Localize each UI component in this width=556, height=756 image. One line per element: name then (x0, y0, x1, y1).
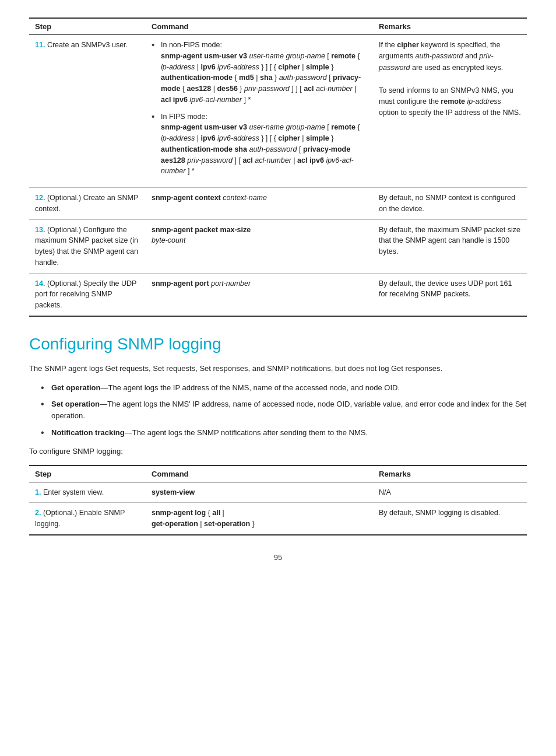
cmd-kw: get-operation (152, 520, 198, 528)
cmd-kw: md5 (239, 74, 254, 82)
step-description: Enter system view. (43, 488, 104, 496)
cmd-brace-close: } ] [ { (261, 63, 278, 71)
cmd-kw: remote (331, 52, 356, 60)
remarks-cell: By default, the maximum SNMP packet size… (373, 219, 527, 273)
cmd-param: user-name group-name (249, 123, 325, 131)
cmd-param: acl-number (255, 156, 291, 164)
configure-text: To configure SNMP logging: (29, 446, 527, 458)
col-remarks: Remarks (373, 466, 527, 482)
cmd-param: ip-address (161, 134, 195, 142)
cmd-kw: aes128 (186, 85, 211, 93)
cmd-text: snmp-agent usm-user v3 (161, 52, 247, 60)
cmd-bracket: [ (299, 145, 303, 153)
cmd-kw: ipv6 (201, 134, 216, 142)
step-description: Create an SNMPv3 user. (47, 41, 128, 49)
step-cell: 11. Create an SNMPv3 user. (29, 35, 146, 188)
mode-label: In FIPS mode: (161, 113, 207, 121)
cmd-brace: { (357, 123, 360, 131)
bullet-text: —The agent logs the NMS' IP address, nam… (51, 400, 526, 420)
cmd-kw: set-operation (204, 520, 250, 528)
remarks-cell: By default, the device uses UDP port 161… (373, 273, 527, 316)
bullet-label: Notification tracking (51, 428, 125, 437)
cmd-kw: acl ipv6 (297, 156, 324, 164)
remarks-text-1: If the cipher keyword is specified, the … (379, 41, 503, 72)
cmd-kw: ipv6 (201, 63, 216, 71)
cmd-param: user-name group-name (249, 52, 325, 60)
remarks-text-2: To send informs to an SNMPv3 NMS, you mu… (379, 86, 521, 117)
cmd-kw: des56 (217, 85, 237, 93)
cmd-param: ipv6-address (217, 63, 259, 71)
cmd-param: priv-password (187, 156, 233, 164)
cmd-text: snmp-agent packet max-size (152, 226, 251, 234)
cmd-param: byte-count (152, 236, 185, 244)
config-table-2: Step Command Remarks 1. Enter system vie… (29, 465, 527, 536)
cmd-brace-close: } ] [ { (261, 134, 278, 142)
cmd-kw: remote (331, 123, 356, 131)
col-step: Step (29, 18, 146, 35)
cmd-brace: { (234, 74, 239, 82)
step-number: 2. (35, 509, 41, 517)
cmd-param: acl-number (316, 85, 353, 93)
table-row: 2. (Optional.) Enable SNMP logging. snmp… (29, 503, 527, 535)
cmd-text: system-view (152, 488, 195, 496)
step-cell: 14. (Optional.) Specify the UDP port for… (29, 273, 146, 316)
step-number: 11. (35, 41, 45, 49)
list-item-set: Set operation—The agent logs the NMS' IP… (41, 398, 527, 422)
cmd-brace-close: } (240, 85, 244, 93)
cmd-param: priv-password (244, 85, 290, 93)
cmd-kw: cipher (278, 134, 300, 142)
config-table-1: Step Command Remarks 11. Create an SNMPv… (29, 18, 527, 317)
cmd-brace-close: } (275, 74, 279, 82)
cmd-kw2: sha (234, 145, 249, 153)
cmd-kw: simple (306, 134, 329, 142)
cmd-param: auth-password (279, 74, 327, 82)
command-cell: snmp-agent context context-name (146, 188, 373, 220)
cmd-pipe: | (354, 85, 356, 93)
list-item-get: Get operation—The agent logs the IP addr… (41, 382, 527, 394)
cmd-param: context-name (223, 194, 267, 202)
cmd-text: snmp-agent port (152, 279, 209, 288)
table-row: 13. (Optional.) Configure the maximum SN… (29, 219, 527, 273)
step-number: 13. (35, 226, 45, 234)
table-row: 11. Create an SNMPv3 user. In non-FIPS m… (29, 35, 527, 188)
remarks-cell: If the cipher keyword is specified, the … (373, 35, 527, 188)
cmd-kw: authentication-mode (161, 74, 233, 82)
cmd-text: snmp-agent context (152, 194, 221, 202)
cmd-text: snmp-agent log (152, 509, 206, 517)
bullet-text: —The agent logs the IP address of the NM… (101, 383, 400, 392)
remarks-cell: By default, SNMP logging is disabled. (373, 503, 527, 535)
table-row: 12. (Optional.) Create an SNMP context. … (29, 188, 527, 220)
command-item-fips: In FIPS mode: snmp-agent usm-user v3 use… (152, 111, 367, 177)
cmd-param: auth-password (249, 145, 297, 153)
mode-label: In non-FIPS mode: (161, 41, 222, 49)
command-cell: In non-FIPS mode: snmp-agent usm-user v3… (146, 35, 373, 188)
cmd-text: snmp-agent usm-user v3 (161, 123, 247, 131)
section-intro: The SNMP agent logs Get requests, Set re… (29, 363, 527, 375)
col-command: Command (146, 18, 373, 35)
cmd-pipe: | (256, 74, 260, 82)
page-number: 95 (29, 553, 527, 562)
cmd-kw: acl (242, 156, 252, 164)
step-description: (Optional.) Configure the maximum SNMP p… (35, 226, 138, 267)
command-cell: snmp-agent port port-number (146, 273, 373, 316)
command-list: In non-FIPS mode: snmp-agent usm-user v3… (152, 40, 367, 177)
cmd-kw: simple (306, 63, 329, 71)
cmd-brace: { (357, 52, 360, 60)
table-row: 14. (Optional.) Specify the UDP port for… (29, 273, 527, 316)
remarks-cell: By default, no SNMP context is configure… (373, 188, 527, 220)
cmd-param: ipv6-address (217, 134, 259, 142)
bullet-label: Set operation (51, 400, 100, 408)
command-item-nonfips: In non-FIPS mode: snmp-agent usm-user v3… (152, 40, 367, 106)
cmd-pipe: | (198, 520, 204, 528)
cmd-bracket-close2: ] * (244, 96, 251, 104)
cmd-brace-close: } (250, 520, 255, 528)
cmd-kw: sha (260, 74, 273, 82)
bullet-label: Get operation (51, 383, 101, 392)
cmd-kw: acl ipv6 (161, 96, 188, 104)
cmd-param: ipv6-acl-number (189, 96, 242, 104)
cmd-kw: acl (304, 85, 314, 93)
col-remarks: Remarks (373, 18, 527, 35)
step-cell: 2. (Optional.) Enable SNMP logging. (29, 503, 146, 535)
cmd-bracket-close2: ] * (188, 167, 195, 175)
step-cell: 13. (Optional.) Configure the maximum SN… (29, 219, 146, 273)
